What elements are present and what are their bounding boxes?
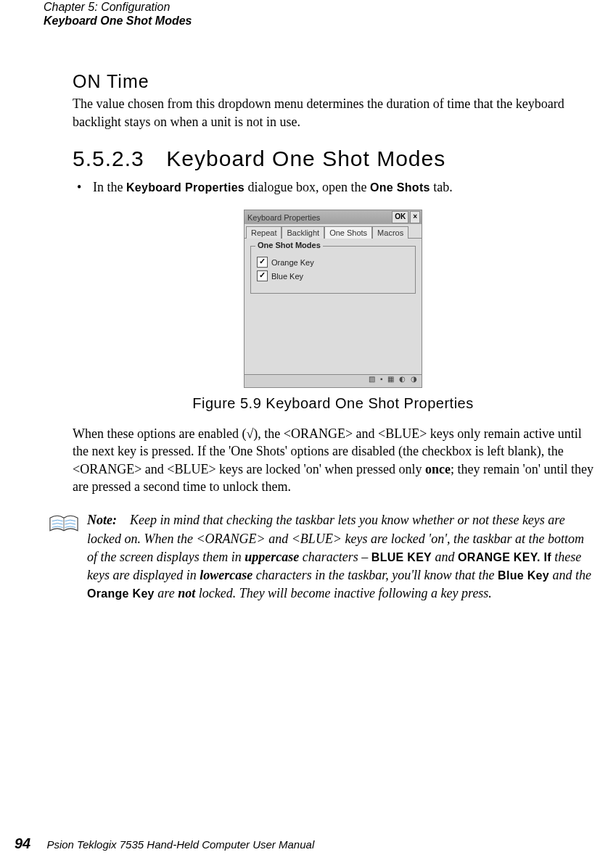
orange-key-label: Orange Key	[271, 258, 314, 267]
orange-key-row: ✓ Orange Key	[257, 257, 409, 268]
text-fragment: tab.	[430, 180, 453, 194]
tab-repeat[interactable]: Repeat	[246, 226, 282, 239]
keyboard-properties-label: Keyboard Properties	[126, 181, 245, 194]
dialog-taskbar: ▧ ▪ ▦ ◐ ◑	[245, 374, 422, 387]
once-word: once	[425, 462, 451, 476]
ok-button[interactable]: OK	[392, 211, 408, 223]
note-book-icon	[48, 513, 80, 535]
figure-caption: Figure 5.9 Keyboard One Shot Properties	[73, 395, 593, 412]
on-time-paragraph: The value chosen from this dropdown menu…	[73, 95, 593, 131]
orange-key-mixed: Orange Key	[87, 587, 155, 600]
tab-one-shots[interactable]: One Shots	[324, 226, 372, 239]
publication-title: Psion Teklogix 7535 Hand-Held Computer U…	[46, 838, 314, 851]
dialog-titlebar[interactable]: Keyboard Properties OK ×	[245, 210, 422, 224]
text-fragment: characters in the taskbar, you'll know t…	[252, 568, 498, 582]
blue-key-upper: BLUE KEY	[371, 551, 432, 563]
instruction-list: In the Keyboard Properties dialogue box,…	[73, 178, 593, 197]
tab-backlight[interactable]: Backlight	[282, 226, 324, 239]
instruction-item: In the Keyboard Properties dialogue box,…	[93, 178, 593, 197]
text-fragment: In the	[93, 180, 126, 194]
on-time-heading: ON Time	[73, 71, 593, 92]
section-heading: 5.5.2.3 Keyboard One Shot Modes	[73, 146, 593, 171]
section-title: Keyboard One Shot Modes	[166, 146, 445, 170]
text-fragment: dialogue box, open the	[245, 180, 370, 194]
dialog-title: Keyboard Properties	[247, 213, 390, 222]
tab-macros[interactable]: Macros	[372, 226, 408, 239]
lowercase-word: lowercase	[200, 568, 252, 582]
keyboard-properties-dialog: Keyboard Properties OK × Repeat Backligh…	[244, 210, 422, 388]
blue-key-row: ✓ Blue Key	[257, 270, 409, 281]
text-fragment: characters –	[299, 550, 371, 564]
one-shot-modes-group: One Shot Modes ✓ Orange Key ✓ Blue Key	[250, 246, 416, 294]
text-fragment: are	[155, 586, 178, 600]
orange-key-upper: ORANGE KEY. If	[458, 551, 551, 563]
blue-key-checkbox[interactable]: ✓	[257, 270, 268, 281]
page-footer: 94 Psion Teklogix 7535 Hand-Held Compute…	[15, 835, 314, 852]
page-number: 94	[15, 835, 30, 851]
close-button[interactable]: ×	[410, 211, 420, 223]
dialog-body: One Shot Modes ✓ Orange Key ✓ Blue Key ▧…	[245, 239, 422, 387]
not-word: not	[178, 586, 195, 600]
text-fragment: and the	[549, 568, 591, 582]
page-running-header: Chapter 5: Configuration Keyboard One Sh…	[44, 0, 593, 28]
chapter-line: Chapter 5: Configuration	[44, 0, 593, 14]
note-content: Note: Keep in mind that checking the tas…	[87, 511, 593, 603]
note-block: Note: Keep in mind that checking the tas…	[48, 511, 593, 603]
figure-wrapper: Keyboard Properties OK × Repeat Backligh…	[73, 210, 593, 388]
text-fragment: and	[432, 550, 458, 564]
blue-key-label: Blue Key	[271, 272, 303, 281]
uppercase-word: uppercase	[245, 550, 299, 564]
note-label: Note:	[87, 513, 117, 527]
note-body: Keep in mind that checking the taskbar l…	[87, 513, 591, 600]
explanatory-paragraph: When these options are enabled (√), the …	[73, 425, 593, 495]
orange-key-checkbox[interactable]: ✓	[257, 257, 268, 268]
section-number: 5.5.2.3	[73, 146, 160, 171]
header-section-line: Keyboard One Shot Modes	[44, 14, 593, 28]
text-fragment: locked. They will become inactive follow…	[195, 586, 492, 600]
blue-key-mixed: Blue Key	[498, 569, 549, 582]
group-legend: One Shot Modes	[255, 241, 323, 249]
tab-strip: Repeat Backlight One Shots Macros	[245, 224, 422, 239]
one-shots-label: One Shots	[370, 181, 430, 194]
